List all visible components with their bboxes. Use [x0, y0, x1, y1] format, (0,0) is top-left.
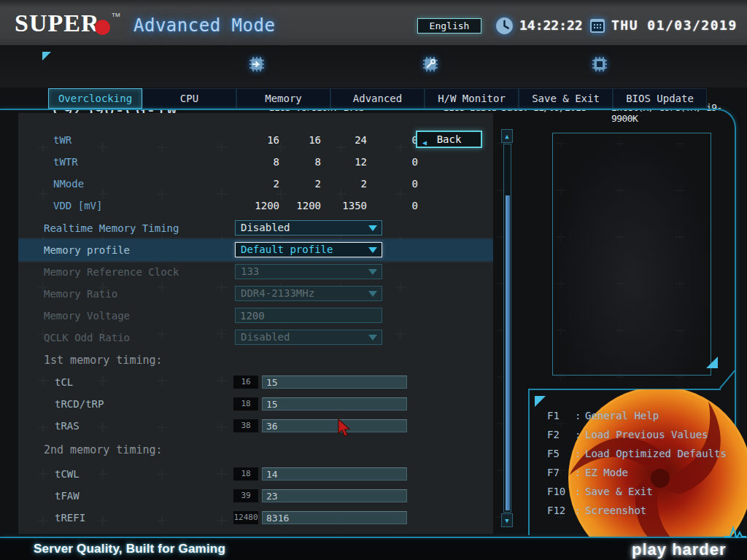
setting-label: Memory Reference Clock [44, 261, 179, 283]
timing-label: tCL [55, 373, 73, 391]
language-button[interactable]: English [417, 18, 481, 34]
bios-screen: SUPER TM Advanced Mode English 14:22:22 … [0, 0, 747, 560]
tab-advanced[interactable]: Advanced [330, 88, 425, 109]
back-button[interactable]: ◀ Back [416, 131, 482, 148]
cell-value: 0 [367, 195, 418, 217]
scrollbar-thumb[interactable] [506, 195, 510, 510]
timing-row-tfaw: tFAW 39 [18, 487, 493, 505]
cell-value: 12 [321, 151, 367, 173]
cpu-chip-icon [591, 55, 608, 76]
fkey: F12 [547, 505, 575, 516]
cell-value: 8 [279, 151, 321, 173]
footer-tagline: Server Quality, Built for Gaming [34, 542, 225, 556]
bios-build-chip-icon [422, 55, 439, 76]
dropdown-value: Disabled [241, 330, 290, 344]
timing-label: tRCD/tRP [55, 395, 104, 413]
trefi-field[interactable] [262, 511, 407, 524]
advanced-mode-label: Advanced Mode [133, 15, 275, 36]
cell-value: 1350 [321, 195, 367, 217]
setting-row-memory-ratio: Memory Ratio DDR4-2133MHz [18, 283, 493, 305]
preview-box [552, 133, 711, 376]
scroll-up-icon: ▲ [505, 133, 508, 140]
back-button-label: Back [437, 133, 462, 145]
tab-hw-monitor[interactable]: H/W Monitor [425, 88, 519, 109]
timing-row-tcl: tCL 16 [18, 373, 493, 391]
row-label: NMode [53, 173, 84, 195]
section-heading: 1st memory timing: [44, 354, 163, 367]
back-arrow-icon: ◀ [422, 136, 427, 150]
tab-bios-update[interactable]: BIOS Update [613, 88, 707, 109]
timing-label: tREFI [55, 509, 85, 526]
memory-profile-dropdown[interactable]: Default profile [235, 242, 382, 257]
tab-overclocking[interactable]: Overclocking [48, 88, 142, 109]
timing-row-tras: tRAS 38 [18, 417, 493, 435]
separator: : [575, 467, 585, 478]
heartbeat-pulse-icon [724, 526, 746, 541]
fkey: F2 [547, 429, 575, 440]
fkey: F10 [547, 486, 575, 497]
tab-save-exit[interactable]: Save & Exit [519, 88, 613, 109]
setting-label: Memory Ratio [44, 283, 117, 305]
qclk-odd-ratio-dropdown: Disabled [235, 330, 382, 345]
setting-row-memory-reference-clock: Memory Reference Clock 133 [18, 261, 493, 283]
cell-value: 2 [231, 173, 279, 195]
setting-label: Realtime Memory Timing [44, 217, 179, 239]
chevron-down-icon [368, 247, 377, 253]
preview-corner-marker-icon [706, 357, 718, 368]
logo-trademark: TM [112, 12, 120, 18]
tcwl-field[interactable] [262, 467, 407, 481]
scroll-up-button[interactable]: ▲ [501, 129, 513, 143]
separator: : [575, 429, 585, 440]
cell-value: 0 [367, 151, 418, 173]
system-time[interactable]: 14:22:22 [519, 18, 583, 33]
fkey: F5 [547, 448, 575, 459]
cell-value: 0 [367, 129, 418, 151]
cell-value: 8 [231, 151, 279, 173]
timing-row-tcwl: tCWL 18 [18, 465, 493, 483]
header-bar: SUPER TM Advanced Mode English 14:22:22 … [0, 0, 747, 45]
fkey: F7 [547, 467, 575, 478]
fkey-description: Load Previous Values [585, 429, 708, 440]
settings-panel: tWR 1616240 tWTR 88120 NMode 2220 VDD [m… [18, 113, 493, 534]
help-corner-marker-icon [535, 396, 546, 407]
separator: : [575, 410, 585, 421]
help-item-f2: F2:Load Previous Values [547, 427, 708, 440]
setting-label: QCLK Odd Ratio [44, 327, 130, 349]
trcd-trp-field[interactable] [262, 397, 407, 411]
board-corner-marker-icon [42, 52, 51, 61]
tcl-field[interactable] [262, 376, 407, 389]
help-item-f1: F1:General Help [547, 408, 659, 421]
system-date[interactable]: THU 01/03/2019 [611, 18, 738, 33]
timing-preset: 18 [233, 467, 258, 481]
scroll-down-button[interactable]: ▼ [501, 513, 513, 527]
tras-field[interactable] [262, 419, 407, 432]
realtime-memory-timing-dropdown[interactable]: Disabled [235, 220, 382, 236]
tfaw-field[interactable] [262, 489, 407, 502]
chevron-down-icon [368, 335, 377, 341]
clock-icon [495, 17, 514, 38]
section-heading: 2nd memory timing: [44, 443, 163, 456]
separator: : [575, 505, 585, 516]
help-panel-border [528, 389, 530, 535]
help-item-f5: F5:Load Optimized Defaults [547, 446, 727, 459]
timing-preset: 18 [233, 397, 258, 411]
cell-value: 2 [279, 173, 321, 195]
setting-label: Memory profile [44, 239, 130, 261]
fkey-description: Load Optimized Defaults [585, 448, 727, 459]
dropdown-value: 133 [241, 265, 259, 279]
help-item-f10: F10:Save & Exit [547, 484, 653, 497]
tab-memory[interactable]: Memory [236, 88, 330, 109]
fkey-description: Save & Exit [585, 486, 653, 497]
row-label: tWR [53, 129, 71, 151]
tab-cpu[interactable]: CPU [142, 88, 236, 109]
table-row: NMode 2220 [18, 173, 493, 195]
tab-bar: Overclocking CPU Memory Advanced H/W Mon… [48, 88, 707, 109]
timing-preset: 39 [233, 489, 258, 502]
timing-preset: 16 [233, 376, 258, 389]
cell-value: 16 [231, 129, 279, 151]
table-row: VDD [mV] 1200120013500 [18, 195, 493, 217]
separator: : [575, 448, 585, 459]
fkey-description: EZ Mode [585, 467, 628, 478]
setting-row-qclk-odd-ratio: QCLK Odd Ratio Disabled [18, 327, 493, 349]
mouse-cursor-icon [338, 419, 352, 440]
